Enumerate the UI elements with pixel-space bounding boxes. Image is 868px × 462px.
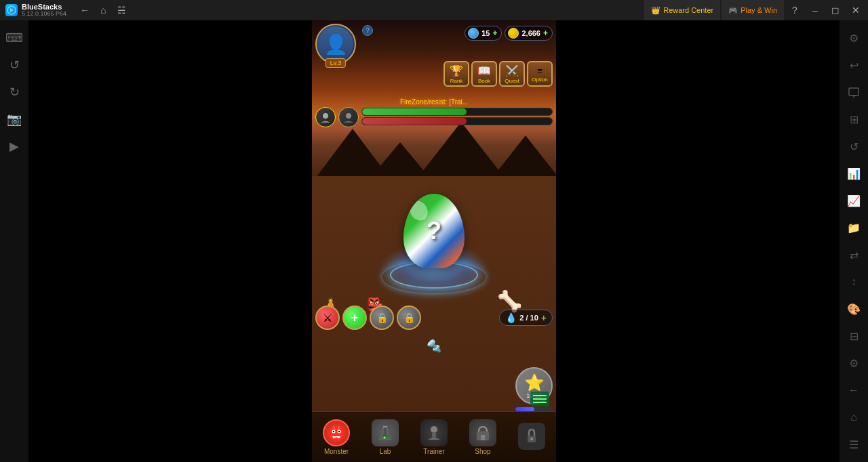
coin-resource: 2,666 + (505, 26, 553, 41)
sidebar-keyboard-icon[interactable]: ⌨ (2, 26, 26, 50)
character-ground: 🔩 (427, 339, 441, 354)
minimize-button[interactable]: – (806, 0, 825, 20)
sidebar-r-refresh-icon[interactable]: ↺ (842, 134, 866, 159)
lock-button-2[interactable]: 🔒 (397, 306, 421, 330)
play-win-label: Play & Win (741, 6, 777, 14)
sidebar-r-performance-icon[interactable]: 📈 (842, 188, 866, 213)
restore-button[interactable]: ◻ (826, 0, 845, 20)
right-sidebar: ⚙ ↩ ⊞ ↺ 📊 📈 📁 ⇄ ↕ 🎨 ⊟ ⚙ ← ⌂ ☰ (840, 20, 868, 462)
hp-bar-red-wrapper (361, 117, 553, 125)
nav-lock[interactable] (507, 423, 556, 451)
reward-center-label: Reward Center (663, 6, 713, 14)
battle-title: FireZone/resist: [Trai... (400, 98, 468, 106)
sidebar-r-back-icon[interactable]: ↩ (842, 53, 866, 77)
svg-marker-1 (10, 8, 14, 12)
sidebar-r-copy-icon[interactable]: ⊟ (842, 324, 866, 348)
home-button[interactable]: ⌂ (98, 3, 108, 17)
left-sidebar: ⌨ ↺ ↻ 📷 ▶ (0, 20, 28, 462)
sidebar-r-arrow-icon[interactable]: ← (842, 378, 866, 402)
shop-icon (469, 419, 496, 446)
rank-icon: 🏆 (450, 64, 463, 77)
help-icon[interactable]: ? (362, 25, 373, 36)
sidebar-sync-icon[interactable]: ↻ (2, 80, 26, 104)
coin-count: 2,666 (521, 29, 540, 37)
sidebar-r-analytics-icon[interactable]: 📊 (842, 161, 866, 186)
player-avatar-inner: 👤 (318, 26, 353, 62)
nav-lab[interactable]: Lab (361, 419, 410, 455)
game-viewport: 👤 Lv.3 ? 15 + 2,666 + (28, 20, 840, 462)
sidebar-video-icon[interactable]: ▶ (2, 134, 26, 159)
mystery-egg[interactable]: ? (380, 180, 488, 302)
sidebar-r-paint-icon[interactable]: 🎨 (842, 297, 866, 321)
sidebar-r-home-icon[interactable]: ⌂ (842, 405, 866, 429)
app-version: 5.12.0.1065 P64 (22, 11, 66, 17)
nav-monster[interactable]: Monster (312, 419, 361, 455)
lock-button-1[interactable]: 🔒 (370, 306, 394, 330)
sidebar-r-screen-icon[interactable] (842, 80, 866, 104)
menu-line-2 (533, 398, 547, 400)
svg-point-7 (330, 426, 343, 441)
play-win-button[interactable]: 🎮 Play & Win (722, 0, 784, 20)
book-icon: 📖 (477, 64, 491, 77)
svg-point-11 (338, 430, 340, 432)
sidebar-r-menu-icon[interactable]: ☰ (842, 432, 866, 457)
sidebar-r-config-icon[interactable]: ⚙ (842, 351, 866, 375)
title-bar-right: 👑 Reward Center 🎮 Play & Win ? – ◻ ✕ (644, 0, 868, 20)
bottom-action-bar: ⚔ + 🔒 🔒 💧 2 / 10 + (312, 306, 556, 330)
hp-bar-green (362, 108, 467, 115)
book-button[interactable]: 📖 Book (471, 61, 497, 87)
close-button[interactable]: ✕ (846, 0, 865, 20)
rank-button[interactable]: 🏆 Rank (443, 61, 469, 87)
battle-header (315, 107, 553, 127)
monster-icon (323, 419, 350, 446)
option-button[interactable]: ≡ Option (527, 61, 553, 87)
quest-icon: ⚔️ (505, 64, 519, 77)
lab-icon (372, 419, 399, 446)
player-level: Lv.3 (326, 58, 346, 68)
svg-point-13 (431, 426, 437, 433)
water-plus[interactable]: + (541, 312, 547, 323)
trainer-label: Trainer (423, 448, 444, 455)
lab-label: Lab (380, 448, 391, 455)
lock-icon-2: 🔒 (403, 312, 415, 323)
hp-bar-green-wrapper (361, 108, 553, 116)
svg-point-12 (384, 436, 386, 438)
sidebar-r-shuffle-icon[interactable]: ⇄ (842, 243, 866, 267)
bluestacks-icon (5, 4, 18, 16)
back-button[interactable]: ← (77, 3, 92, 17)
game-content[interactable]: 👤 Lv.3 ? 15 + 2,666 + (312, 20, 556, 462)
gem-resource: 15 + (465, 26, 502, 41)
battle-icons: 🏆 Rank 📖 Book ⚔️ Quest ≡ Option (443, 61, 553, 87)
quest-button[interactable]: ⚔️ Quest (499, 61, 525, 87)
sidebar-r-folder-icon[interactable]: 📁 (842, 215, 866, 240)
nav-shop[interactable]: Shop (458, 419, 507, 455)
fighter-icon-2 (338, 107, 359, 127)
water-icon: 💧 (505, 312, 517, 323)
egg-question-mark: ? (427, 217, 441, 245)
hp-bar-red (362, 118, 467, 125)
bluestacks-logo: BlueStacks 5.12.0.1065 P64 (0, 3, 72, 17)
svg-rect-2 (849, 88, 859, 96)
floating-menu[interactable] (530, 392, 549, 406)
option-icon: ≡ (537, 66, 542, 76)
sidebar-rotate-icon[interactable]: ↺ (2, 53, 26, 77)
svg-rect-16 (481, 435, 485, 440)
svg-point-18 (530, 438, 533, 440)
water-counter: 💧 2 / 10 + (499, 310, 553, 326)
nav-trainer[interactable]: Trainer (410, 419, 458, 455)
attack-button[interactable]: ⚔ (315, 306, 340, 330)
add-button[interactable]: + (342, 306, 367, 330)
sidebar-screenshot-icon[interactable]: 📷 (2, 107, 26, 131)
water-count: 2 / 10 (519, 314, 538, 322)
menu-line-1 (533, 395, 547, 396)
gem-icon (468, 28, 479, 39)
reward-center-button[interactable]: 👑 Reward Center (644, 0, 720, 20)
sidebar-r-settings-icon[interactable]: ⚙ (842, 26, 866, 50)
sidebar-r-resize-icon[interactable]: ↕ (842, 270, 866, 294)
sidebar-r-multi-icon[interactable]: ⊞ (842, 107, 866, 131)
help-button[interactable]: ? (785, 0, 804, 20)
lock-icon-1: 🔒 (376, 312, 388, 323)
tabs-button[interactable]: ☵ (115, 3, 129, 17)
plus-icon: + (351, 311, 359, 325)
egg-shape: ? (403, 194, 465, 268)
